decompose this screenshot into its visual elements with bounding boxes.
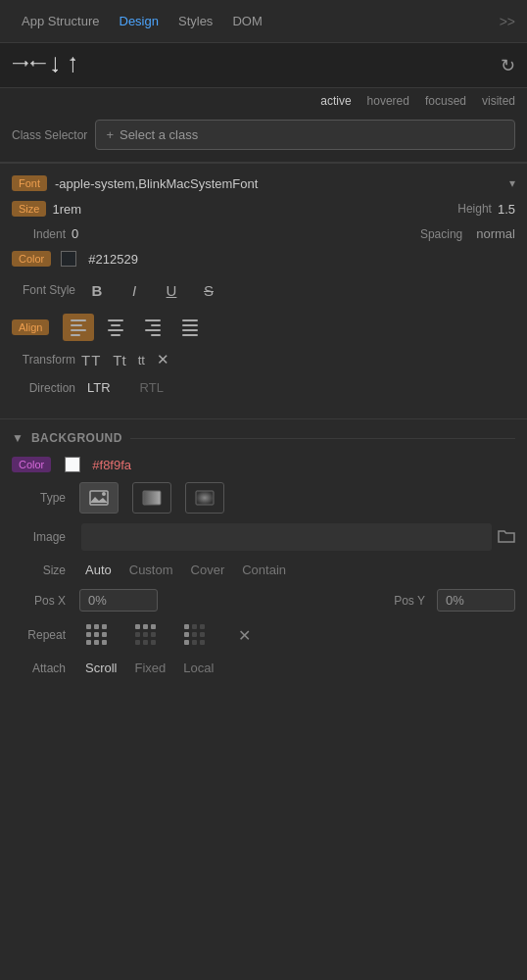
pseudo-focused[interactable]: focused bbox=[425, 94, 466, 108]
posx-input[interactable] bbox=[79, 589, 158, 612]
align-badge[interactable]: Align bbox=[12, 319, 49, 335]
font-style-row: Font Style B I U S bbox=[12, 276, 515, 304]
bg-size-auto[interactable]: Auto bbox=[79, 561, 118, 579]
pseudo-visited[interactable]: visited bbox=[482, 94, 515, 108]
transform-capitalize-button[interactable]: Tt bbox=[113, 352, 125, 368]
bg-size-cover[interactable]: Cover bbox=[185, 561, 231, 579]
bg-image-label: Image bbox=[12, 530, 66, 544]
repeat-y-button[interactable] bbox=[177, 621, 213, 649]
color-row: Color #212529 bbox=[12, 251, 515, 267]
transform-lowercase-button[interactable]: tt bbox=[138, 353, 145, 368]
folder-icon[interactable] bbox=[498, 528, 515, 547]
bg-image-row: Image bbox=[12, 523, 515, 551]
image-icon bbox=[89, 490, 109, 506]
indent-label: Indent bbox=[12, 227, 66, 241]
spacing-label: Spacing bbox=[420, 227, 462, 241]
gradient-icon bbox=[142, 490, 162, 506]
transform-label: Transform bbox=[12, 353, 75, 367]
nav-dom[interactable]: DOM bbox=[222, 14, 271, 28]
align-right-button[interactable] bbox=[137, 314, 168, 341]
repeat-all-icon bbox=[86, 624, 108, 646]
align-left-button[interactable] bbox=[63, 314, 94, 341]
section-title-line bbox=[130, 438, 515, 439]
font-dropdown-arrow-icon: ▾ bbox=[509, 176, 515, 190]
class-selector-label: Class Selector bbox=[12, 128, 87, 142]
attach-fixed[interactable]: Fixed bbox=[129, 659, 172, 677]
color-swatch[interactable] bbox=[61, 251, 76, 267]
bold-button[interactable]: B bbox=[81, 276, 113, 304]
font-value: -apple-system,BlinkMacSystemFont bbox=[55, 176, 505, 191]
color-badge[interactable]: Color bbox=[12, 251, 51, 267]
align-center-button[interactable] bbox=[100, 314, 131, 341]
top-nav: App Structure Design Styles DOM >> bbox=[0, 0, 527, 43]
pos-x-group: Pos X bbox=[12, 589, 264, 612]
nav-app-structure[interactable]: App Structure bbox=[12, 14, 110, 28]
repeat-all-button[interactable] bbox=[79, 621, 115, 649]
bg-type-label: Type bbox=[12, 491, 66, 505]
height-value: 1.5 bbox=[498, 202, 515, 217]
pseudo-active[interactable]: active bbox=[320, 94, 351, 108]
section-toggle-icon[interactable]: ▼ bbox=[12, 431, 24, 445]
pos-y-group: Pos Y bbox=[264, 589, 515, 612]
attach-local[interactable]: Local bbox=[177, 659, 219, 677]
size-value: 1rem bbox=[52, 202, 81, 217]
attach-label: Attach bbox=[12, 662, 66, 675]
move-icon[interactable]: ⭢⭠⭣⭡ bbox=[12, 55, 82, 75]
repeat-y-icon bbox=[184, 624, 206, 646]
svg-marker-1 bbox=[90, 497, 108, 503]
posy-input[interactable] bbox=[437, 589, 515, 612]
bg-size-custom[interactable]: Custom bbox=[123, 561, 179, 579]
direction-label: Direction bbox=[12, 381, 75, 395]
align-row: Align bbox=[12, 314, 515, 341]
toolbar: ⭢⭠⭣⭡ ↻ bbox=[0, 43, 527, 88]
nav-design[interactable]: Design bbox=[110, 14, 168, 28]
bg-attach-row: Attach Scroll Fixed Local bbox=[12, 659, 515, 677]
direction-rtl-button[interactable]: RTL bbox=[134, 378, 169, 397]
indent-spacing-row: Indent 0 Spacing normal bbox=[12, 226, 515, 241]
attach-scroll[interactable]: Scroll bbox=[79, 659, 123, 677]
italic-button[interactable]: I bbox=[119, 276, 150, 304]
repeat-none-button[interactable]: ✕ bbox=[226, 621, 262, 649]
bg-color-hex: #f8f9fa bbox=[92, 458, 131, 472]
bg-type-image-button[interactable] bbox=[79, 482, 119, 514]
height-label: Height bbox=[457, 202, 492, 216]
pseudo-states-row: active hovered focused visited bbox=[0, 88, 527, 114]
direction-ltr-button[interactable]: LTR bbox=[81, 378, 117, 397]
strikethrough-button[interactable]: S bbox=[193, 276, 224, 304]
nav-styles[interactable]: Styles bbox=[168, 14, 222, 28]
bg-image-input[interactable] bbox=[81, 523, 492, 551]
size-group: Size 1rem bbox=[12, 201, 81, 217]
class-selector-input[interactable]: + Select a class bbox=[95, 120, 515, 150]
bg-size-row: Size Auto Custom Cover Contain bbox=[12, 561, 515, 579]
align-center-icon bbox=[108, 319, 123, 336]
bg-color-row: Color #f8f9fa bbox=[12, 457, 515, 472]
posy-label: Pos Y bbox=[394, 594, 425, 608]
plus-icon: + bbox=[106, 127, 114, 142]
svg-rect-4 bbox=[196, 491, 214, 505]
bg-color-swatch[interactable] bbox=[65, 457, 80, 472]
repeat-x-button[interactable] bbox=[128, 621, 164, 649]
radial-icon bbox=[195, 490, 215, 506]
svg-rect-3 bbox=[143, 491, 161, 505]
bg-repeat-row: Repeat ✕ bbox=[12, 621, 515, 649]
bg-color-badge[interactable]: Color bbox=[12, 457, 51, 472]
transform-none-button[interactable]: ✕ bbox=[157, 351, 169, 368]
bg-type-gradient-button[interactable] bbox=[132, 482, 171, 514]
pseudo-hovered[interactable]: hovered bbox=[367, 94, 409, 108]
bg-size-contain[interactable]: Contain bbox=[236, 561, 292, 579]
refresh-icon[interactable]: ↻ bbox=[501, 55, 515, 76]
size-badge[interactable]: Size bbox=[12, 201, 46, 217]
align-justify-button[interactable] bbox=[174, 314, 206, 341]
underline-button[interactable]: U bbox=[156, 276, 187, 304]
class-selector-placeholder: Select a class bbox=[120, 127, 198, 142]
transform-uppercase-button[interactable]: TT bbox=[81, 352, 101, 368]
bg-pos-row: Pos X Pos Y bbox=[12, 589, 515, 612]
indent-value: 0 bbox=[72, 226, 78, 241]
repeat-label: Repeat bbox=[12, 628, 66, 642]
height-group: Height 1.5 bbox=[457, 202, 515, 217]
class-selector-row: Class Selector + Select a class bbox=[0, 114, 527, 162]
direction-row: Direction LTR RTL bbox=[12, 378, 515, 397]
font-badge[interactable]: Font bbox=[12, 175, 47, 191]
nav-more-icon[interactable]: >> bbox=[500, 14, 515, 29]
bg-type-radial-button[interactable] bbox=[185, 482, 224, 514]
